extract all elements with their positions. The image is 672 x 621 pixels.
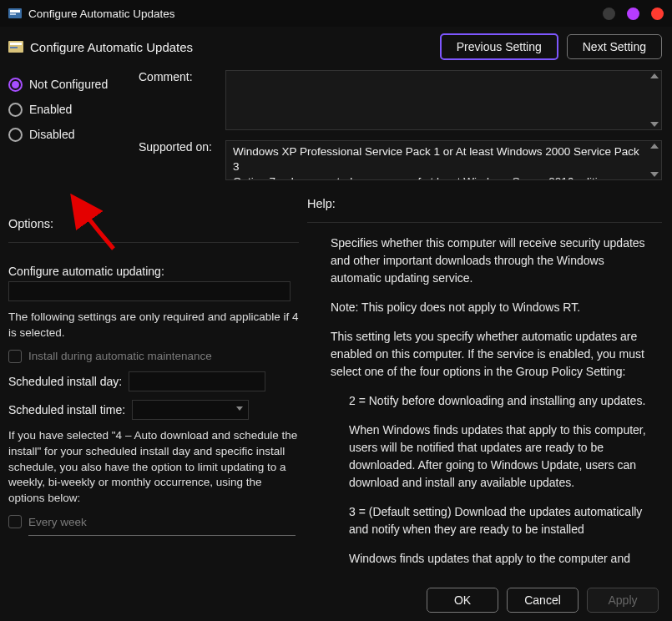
radio-disabled[interactable]: Disabled [8,122,130,147]
radio-not-configured[interactable]: Not Configured [8,72,130,97]
help-text: Specifies whether this computer will rec… [307,235,662,613]
options-long-note: If you have selected "4 – Auto download … [8,428,299,507]
every-week-checkbox[interactable]: Every week [8,515,299,528]
chevron-down-icon [236,406,243,411]
dialog-title: Configure Automatic Updates [30,40,193,54]
scroll-down-icon[interactable] [650,122,659,127]
scroll-down-icon[interactable] [650,172,659,177]
scheduled-day-dropdown[interactable] [129,371,265,391]
maximize-dot[interactable] [627,8,639,20]
svg-rect-4 [10,43,22,45]
main-area: Not Configured Enabled Disabled [0,70,672,613]
minimize-dot[interactable] [603,8,615,20]
radio-enabled[interactable]: Enabled [8,97,130,122]
dialog-header: Configure Automatic Updates Previous Set… [0,27,672,70]
scheduled-time-label: Scheduled install time: [8,403,125,417]
install-during-maintenance-checkbox[interactable]: Install during automatic maintenance [8,350,299,363]
policy-icon [8,39,23,54]
options-label: Options: [8,217,299,230]
svg-rect-5 [10,47,18,48]
svg-rect-2 [10,13,16,15]
state-radios: Not Configured Enabled Disabled [8,70,130,147]
help-label: Help: [307,197,662,210]
previous-setting-button[interactable]: Previous Setting [440,33,558,60]
scroll-up-icon[interactable] [650,73,659,78]
apply-button: Apply [587,588,659,613]
scheduled-day-label: Scheduled install day: [8,375,122,388]
options-note: The following settings are only required… [8,310,299,341]
svg-rect-1 [10,10,20,13]
close-dot[interactable] [651,8,664,20]
configure-updating-label: Configure automatic updating: [8,265,299,278]
configure-updating-dropdown[interactable] [8,281,291,301]
dialog-footer: OK Cancel Apply [418,588,659,613]
right-column: Comment: Supported on: Windows XP Profes… [307,70,662,613]
scroll-up-icon[interactable] [650,144,659,149]
scheduled-time-dropdown[interactable] [132,400,249,420]
supported-on-text: Windows XP Professional Service Pack 1 o… [225,140,662,180]
app-icon [8,7,22,20]
comment-textbox[interactable] [225,70,662,130]
ok-button[interactable]: OK [427,588,498,613]
next-setting-button[interactable]: Next Setting [567,34,662,59]
title-bar: Configure Automatic Updates [0,0,672,27]
window-title: Configure Automatic Updates [28,8,175,20]
cancel-button[interactable]: Cancel [507,588,579,613]
